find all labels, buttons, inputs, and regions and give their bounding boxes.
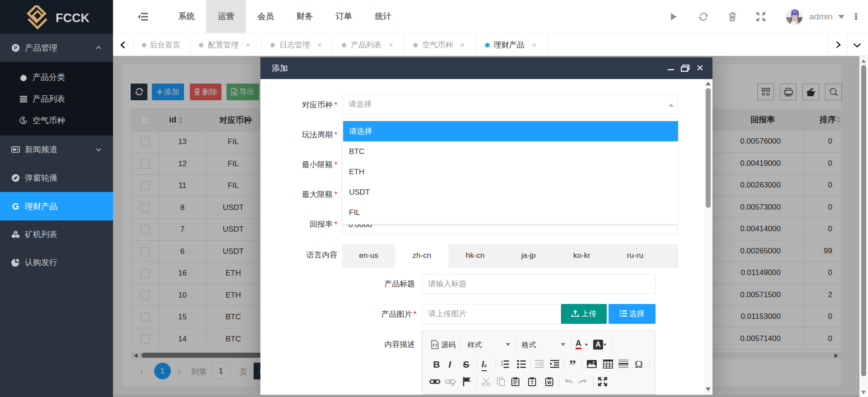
svg-text:T: T <box>531 380 534 385</box>
svg-text:W: W <box>547 380 552 385</box>
svg-text:P: P <box>14 45 18 51</box>
svg-text:2: 2 <box>501 363 503 367</box>
svg-text:G: G <box>12 202 19 210</box>
